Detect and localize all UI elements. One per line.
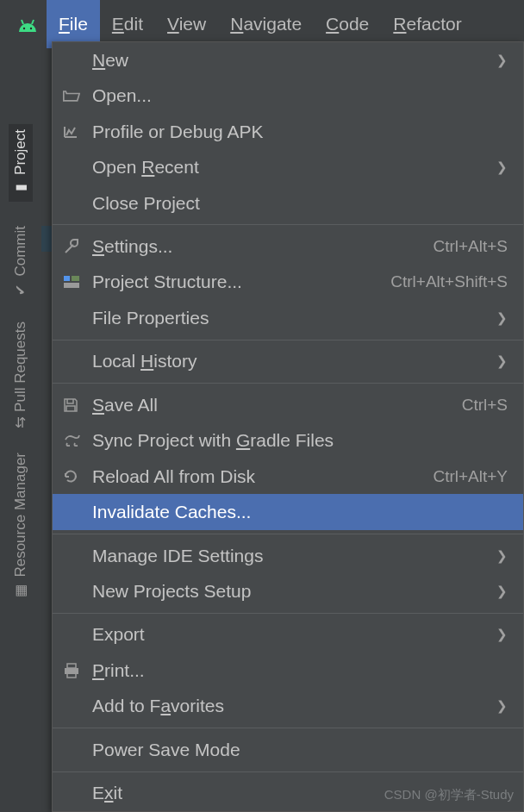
chart-icon — [63, 125, 92, 139]
android-logo-icon — [9, 16, 47, 32]
sidebar-tab-resource-manager[interactable]: ▦ Resource Manager — [12, 453, 29, 599]
svg-rect-5 — [72, 276, 79, 281]
menu-item-new[interactable]: New ❯ — [53, 42, 523, 78]
svg-line-1 — [32, 20, 34, 24]
resource-icon: ▦ — [13, 583, 29, 599]
menu-item-local-history[interactable]: Local History ❯ — [53, 344, 523, 379]
menu-separator — [53, 383, 523, 384]
shortcut-text: Ctrl+Alt+Y — [433, 467, 508, 486]
svg-rect-7 — [67, 664, 76, 668]
chevron-right-icon: ❯ — [496, 310, 508, 326]
chevron-right-icon: ❯ — [496, 53, 508, 68]
menu-item-close-project[interactable]: Close Project — [53, 185, 523, 221]
menu-item-invalidate-caches[interactable]: Invalidate Caches... — [53, 494, 523, 529]
menu-separator — [53, 534, 523, 534]
folder-open-icon — [63, 89, 92, 103]
chevron-right-icon: ❯ — [496, 627, 508, 642]
folder-icon: ▮ — [13, 180, 29, 197]
menu-separator — [53, 340, 523, 340]
chevron-right-icon: ❯ — [496, 698, 508, 714]
menu-item-print[interactable]: Print... — [53, 653, 523, 688]
shortcut-text: Ctrl+Alt+Shift+S — [390, 272, 508, 291]
menu-item-settings[interactable]: Settings... Ctrl+Alt+S — [53, 228, 523, 264]
svg-point-3 — [30, 28, 32, 29]
watermark-text: CSDN @初学者-Study — [384, 787, 514, 803]
chevron-right-icon: ❯ — [496, 353, 508, 369]
menu-item-new-projects-setup[interactable]: New Projects Setup ❯ — [53, 573, 523, 609]
menu-separator — [53, 613, 523, 614]
menu-separator — [53, 728, 523, 728]
svg-rect-4 — [64, 276, 70, 281]
wrench-icon — [63, 238, 92, 255]
menu-item-sync-gradle[interactable]: Sync Project with Gradle Files — [53, 422, 523, 458]
menu-item-file-properties[interactable]: File Properties ❯ — [53, 300, 523, 335]
chevron-right-icon: ❯ — [496, 548, 508, 564]
menu-item-project-structure[interactable]: Project Structure... Ctrl+Alt+Shift+S — [53, 265, 523, 300]
file-menu-dropdown: New ❯ Open... Profile or Debug APK Open … — [52, 41, 524, 812]
menu-item-add-favorites[interactable]: Add to Favorites ❯ — [53, 689, 523, 724]
sidebar-tab-pull-requests[interactable]: ⇵ Pull Requests — [12, 322, 29, 428]
svg-line-0 — [22, 20, 23, 24]
sidebar-tab-project[interactable]: ▮ Project — [9, 124, 33, 202]
menu-item-export[interactable]: Export ❯ — [53, 617, 523, 653]
chevron-right-icon: ❯ — [496, 584, 508, 599]
reload-icon — [63, 469, 92, 484]
shortcut-text: Ctrl+Alt+S — [433, 237, 508, 256]
menu-separator — [53, 771, 523, 772]
pull-request-icon: ⇵ — [16, 415, 27, 431]
print-icon — [63, 663, 92, 678]
gradle-sync-icon — [63, 433, 92, 448]
save-icon — [63, 397, 92, 413]
menu-item-save-all[interactable]: Save All Ctrl+S — [53, 387, 523, 422]
menu-item-reload-disk[interactable]: Reload All from Disk Ctrl+Alt+Y — [53, 459, 523, 494]
menu-item-manage-ide-settings[interactable]: Manage IDE Settings ❯ — [53, 538, 523, 573]
svg-point-2 — [23, 28, 25, 29]
sidebar-tab-commit[interactable]: ✔ Commit — [12, 226, 29, 298]
commit-icon: ✔ — [13, 281, 29, 297]
menu-item-open-recent[interactable]: Open Recent ❯ — [53, 149, 523, 184]
svg-rect-6 — [64, 283, 79, 288]
shortcut-text: Ctrl+S — [462, 396, 508, 415]
structure-icon — [63, 275, 92, 289]
chevron-right-icon: ❯ — [496, 159, 508, 175]
menu-separator — [53, 224, 523, 225]
menu-item-profile-apk[interactable]: Profile or Debug APK — [53, 114, 523, 149]
menu-item-open[interactable]: Open... — [53, 78, 523, 113]
menu-item-power-save[interactable]: Power Save Mode — [53, 732, 523, 767]
left-toolbar: ▮ Project ✔ Commit ⇵ Pull Requests ▦ Res… — [0, 48, 41, 812]
